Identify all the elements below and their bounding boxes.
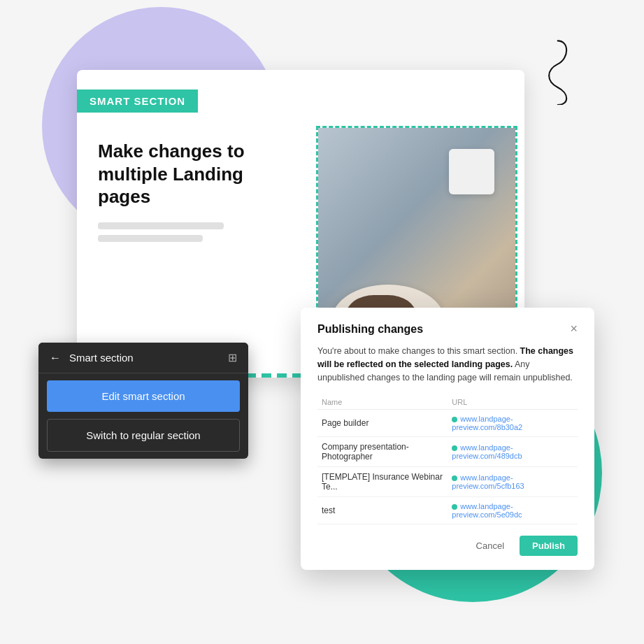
table-row: Company presentation-Photographer www.la… [317, 437, 578, 467]
decorative-line [518, 35, 574, 105]
table-cell-url: www.landpage-preview.com/8b30a2 [448, 410, 578, 437]
landing-line-1 [98, 222, 224, 229]
switch-regular-section-button[interactable]: Switch to regular section [47, 419, 240, 452]
edit-smart-section-button[interactable]: Edit smart section [47, 380, 240, 412]
publish-modal: Publishing changes × You're about to mak… [301, 308, 594, 570]
table-cell-url: www.landpage-preview.com/5cfb163 [448, 467, 578, 497]
context-menu: ← Smart section ⊞ Edit smart section Swi… [38, 343, 248, 459]
context-menu-item-edit: Edit smart section [38, 380, 248, 412]
status-dot [452, 504, 457, 510]
food-cup [449, 149, 494, 194]
table-cell-name: test [317, 497, 448, 524]
modal-footer: Cancel Publish [317, 536, 578, 556]
context-menu-header: ← Smart section ⊞ [38, 343, 248, 373]
context-menu-header-left: ← Smart section [50, 352, 134, 364]
landing-line-2 [98, 235, 203, 242]
table-row: Page builder www.landpage-preview.com/8b… [317, 410, 578, 437]
back-arrow-icon[interactable]: ← [50, 352, 61, 364]
cancel-button[interactable]: Cancel [468, 536, 513, 556]
modal-header: Publishing changes × [317, 322, 578, 336]
table-cell-name: [TEMPLATE] Insurance Webinar Te... [317, 467, 448, 497]
modal-pages-table: Name URL Page builder www.landpage-previ… [317, 395, 578, 524]
context-menu-title: Smart section [69, 352, 134, 364]
smart-section-badge: SMART SECTION [77, 90, 198, 113]
status-dot [452, 445, 457, 451]
table-row: [TEMPLATE] Insurance Webinar Te... www.l… [317, 467, 578, 497]
table-col-url: URL [448, 395, 578, 410]
context-menu-item-switch: Switch to regular section [38, 419, 248, 452]
modal-close-button[interactable]: × [570, 322, 578, 336]
table-row: test www.landpage-preview.com/5e09dc [317, 497, 578, 524]
grid-icon[interactable]: ⊞ [228, 351, 237, 364]
table-col-name: Name [317, 395, 448, 410]
table-cell-name: Page builder [317, 410, 448, 437]
table-cell-url: www.landpage-preview.com/489dcb [448, 437, 578, 467]
landing-title: Make changes to multiple Landing pages [98, 140, 295, 208]
publish-button[interactable]: Publish [520, 536, 578, 556]
status-dot [452, 475, 457, 481]
table-cell-name: Company presentation-Photographer [317, 437, 448, 467]
landing-left: Make changes to multiple Landing pages [77, 126, 316, 378]
landing-lines [98, 222, 295, 242]
status-dot [452, 417, 457, 422]
modal-title: Publishing changes [317, 323, 423, 336]
modal-description: You're about to make changes to this sma… [317, 345, 578, 384]
table-cell-url: www.landpage-preview.com/5e09dc [448, 497, 578, 524]
